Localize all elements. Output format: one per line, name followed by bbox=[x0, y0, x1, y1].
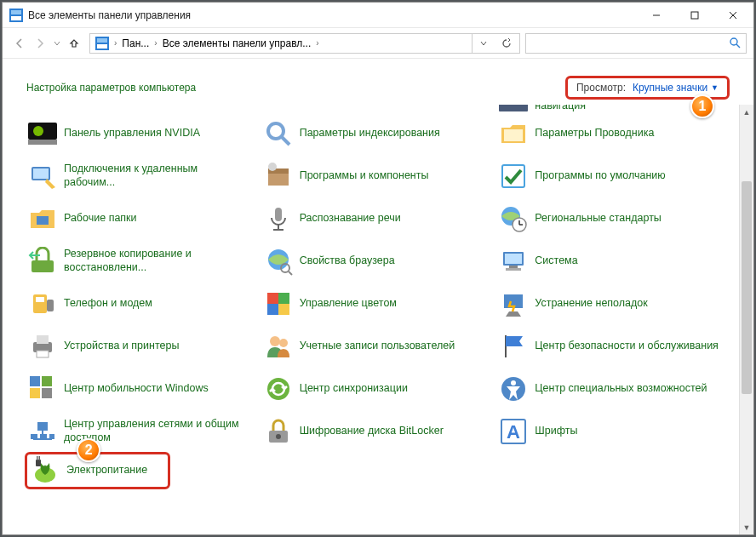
cpl-item-sync[interactable]: Центр синхронизации bbox=[261, 370, 490, 408]
svg-rect-9 bbox=[97, 44, 107, 49]
cpl-item-label: Центр специальных возможностей bbox=[535, 382, 707, 396]
cpl-item-label: Параметры Проводника bbox=[535, 127, 654, 140]
close-button[interactable] bbox=[713, 3, 752, 27]
computer-icon bbox=[499, 247, 528, 276]
back-button[interactable] bbox=[9, 33, 30, 54]
cpl-item-network[interactable]: Центр управления сетями и общим доступом bbox=[25, 413, 254, 450]
cpl-item-remote[interactable]: Подключения к удаленным рабочим... bbox=[25, 157, 254, 195]
window: Все элементы панели управления › Пан... … bbox=[2, 2, 754, 535]
chevron-right-icon[interactable]: › bbox=[152, 38, 158, 48]
svg-rect-2 bbox=[11, 16, 21, 20]
cpl-item-box[interactable]: Программы и компоненты bbox=[261, 157, 490, 195]
cpl-item-mobility[interactable]: Центр мобильности Windows bbox=[25, 370, 254, 408]
cpl-item-globe-clock[interactable]: Региональные стандарты bbox=[495, 200, 724, 237]
cpl-item-backup[interactable]: Резервное копирование и восстановлени... bbox=[25, 243, 254, 280]
chevron-right-icon[interactable]: › bbox=[314, 38, 320, 48]
svg-rect-4 bbox=[691, 12, 698, 19]
ease-icon bbox=[499, 374, 528, 403]
cpl-item-troubleshoot[interactable]: Устранение неполадок bbox=[495, 285, 724, 323]
cpl-item-label: Подключения к удаленным рабочим... bbox=[64, 163, 250, 189]
scroll-thumb[interactable] bbox=[742, 181, 752, 394]
scroll-down-button[interactable]: ▼ bbox=[740, 520, 753, 534]
power-icon bbox=[31, 456, 60, 485]
search-icon bbox=[729, 37, 741, 52]
cpl-item-label: Центр мобильности Windows bbox=[64, 382, 209, 396]
power-item-wrap: Электропитание 2 bbox=[25, 452, 170, 489]
cpl-item-label: Распознавание речи bbox=[300, 212, 401, 226]
control-panel-icon bbox=[9, 9, 23, 22]
cpl-item-workfolders[interactable]: Рабочие папки bbox=[25, 200, 254, 237]
network-icon bbox=[28, 417, 57, 446]
svg-rect-16 bbox=[39, 456, 41, 460]
breadcrumb[interactable]: › Пан... › Все элементы панели управл...… bbox=[89, 33, 520, 54]
cpl-item-fonts[interactable]: Шрифты bbox=[495, 413, 724, 450]
cpl-item-label: Свойства браузера bbox=[300, 254, 395, 268]
page-title: Настройка параметров компьютера bbox=[26, 82, 196, 94]
color-icon bbox=[264, 289, 293, 318]
control-panel-grid: Панель управления NVIDIAПараметры индекс… bbox=[25, 115, 724, 450]
box-icon bbox=[264, 162, 293, 191]
vertical-scrollbar[interactable]: ▲ ▼ bbox=[739, 105, 753, 534]
annotation-badge-2: 2 bbox=[77, 438, 100, 462]
cpl-item-label: Резервное копирование и восстановлени... bbox=[64, 248, 250, 274]
chevron-down-icon[interactable]: ▼ bbox=[711, 83, 719, 92]
troubleshoot-icon bbox=[499, 289, 528, 318]
power-label: Электропитание bbox=[66, 464, 147, 477]
printer-icon bbox=[28, 332, 57, 361]
scroll-up-button[interactable]: ▲ bbox=[740, 105, 753, 119]
svg-point-10 bbox=[730, 38, 737, 45]
cpl-item-bitlocker[interactable]: Шифрование диска BitLocker bbox=[261, 413, 490, 450]
cpl-item-label: Центр синхронизации bbox=[300, 382, 408, 396]
cpl-item-partial[interactable] bbox=[261, 105, 490, 115]
titlebar: Все элементы панели управления bbox=[3, 3, 753, 28]
minimize-button[interactable] bbox=[637, 3, 675, 27]
breadcrumb-seg-1[interactable]: Пан... bbox=[118, 37, 152, 49]
cpl-item-users[interactable]: Учетные записи пользователей bbox=[261, 328, 490, 365]
cpl-item-label: Учетные записи пользователей bbox=[300, 340, 455, 353]
refresh-button[interactable] bbox=[495, 34, 518, 53]
sync-icon bbox=[264, 374, 293, 403]
mic-icon bbox=[264, 204, 293, 233]
view-value[interactable]: Крупные значки bbox=[633, 82, 707, 94]
svg-line-11 bbox=[736, 44, 740, 48]
forward-button[interactable] bbox=[30, 33, 50, 54]
maximize-button[interactable] bbox=[675, 3, 713, 27]
cpl-item-defaults[interactable]: Программы по умолчанию bbox=[495, 157, 724, 195]
svg-rect-8 bbox=[97, 38, 107, 43]
cpl-item-globe-opts[interactable]: Свойства браузера bbox=[261, 243, 490, 280]
cpl-item-label: Телефон и модем bbox=[64, 297, 152, 311]
svg-rect-14 bbox=[36, 460, 41, 466]
cpl-item-mic[interactable]: Распознавание речи bbox=[261, 200, 490, 237]
cpl-item-phone[interactable]: Телефон и модем bbox=[25, 285, 254, 323]
cpl-item-printer[interactable]: Устройства и принтеры bbox=[25, 328, 254, 365]
cpl-item-label: Региональные стандарты bbox=[535, 212, 662, 226]
recent-button[interactable] bbox=[50, 33, 64, 54]
cpl-item-flag[interactable]: Центр безопасности и обслуживания bbox=[495, 328, 724, 365]
flag-icon bbox=[499, 332, 528, 361]
search-input[interactable] bbox=[525, 33, 747, 54]
cpl-item-label: Шифрование диска BitLocker bbox=[300, 425, 444, 438]
breadcrumb-dropdown[interactable] bbox=[472, 34, 494, 53]
users-icon bbox=[264, 332, 293, 361]
cpl-item-nvidia[interactable]: Панель управления NVIDIA bbox=[25, 115, 254, 152]
cpl-item-partial[interactable] bbox=[25, 105, 254, 115]
cpl-item-color[interactable]: Управление цветом bbox=[261, 285, 490, 323]
page-header: Настройка параметров компьютера Просмотр… bbox=[3, 59, 753, 105]
cpl-item-partial[interactable]: навигация bbox=[495, 105, 724, 115]
cpl-item-search[interactable]: Параметры индексирования bbox=[261, 115, 490, 152]
chevron-right-icon[interactable]: › bbox=[112, 38, 118, 48]
breadcrumb-seg-2[interactable]: Все элементы панели управл... bbox=[159, 37, 315, 49]
cpl-item-label: Панель управления NVIDIA bbox=[64, 127, 200, 140]
up-button[interactable] bbox=[64, 33, 84, 54]
cpl-item-folder-opts[interactable]: Параметры Проводника bbox=[495, 115, 724, 152]
cpl-item-ease[interactable]: Центр специальных возможностей bbox=[495, 370, 724, 408]
svg-rect-12 bbox=[499, 105, 528, 111]
keyboard-icon bbox=[499, 105, 528, 113]
location-icon bbox=[95, 37, 109, 50]
cpl-item-computer[interactable]: Система bbox=[495, 243, 724, 280]
bitlocker-icon bbox=[264, 417, 293, 446]
cpl-item-label: Программы и компоненты bbox=[300, 169, 429, 183]
cpl-item-label: Шрифты bbox=[535, 425, 577, 438]
globe-opts-icon bbox=[264, 247, 293, 276]
view-label: Просмотр: bbox=[576, 82, 626, 94]
